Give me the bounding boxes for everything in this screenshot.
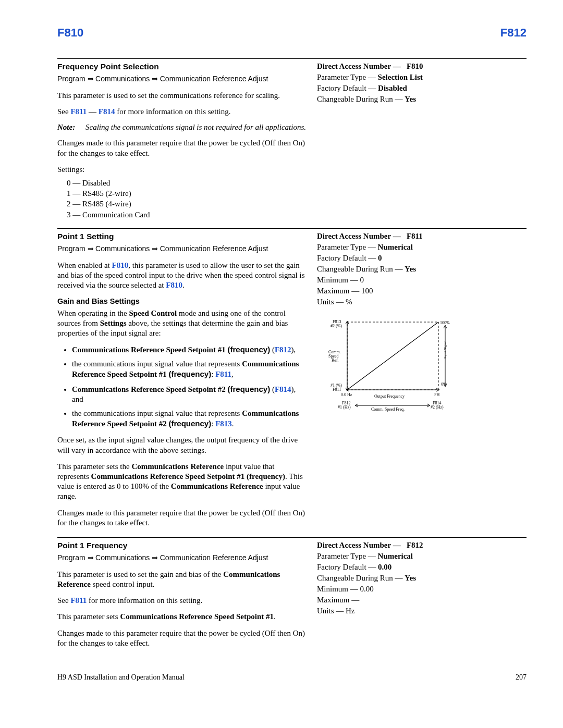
list-item: the communications input signal value th… [72,409,308,429]
fdef-row: Factory Default — 0.00 [317,563,527,572]
value: F812 [407,541,423,549]
text: . [182,281,185,289]
breadcrumb: Program ⇒ Communications ⇒ Communication… [57,75,308,83]
arrow-icon: ⇒ [88,75,96,83]
breadcrumb: Program ⇒ Communications ⇒ Communication… [57,244,308,253]
note-label: Note: [57,123,85,132]
text: ( [270,385,275,393]
section-title: Point 1 Frequency [57,541,308,550]
text: When enabled at [57,261,112,269]
link-f810[interactable]: F810 [166,281,182,289]
link-f810[interactable]: F810 [112,261,129,269]
text: This parameter is used to set the gain a… [57,570,223,578]
crumb-b: Communications [95,75,150,83]
section-title: Point 1 Setting [57,232,308,241]
label: 100% [440,320,450,325]
side-column: Direct Access Number — F810 Parameter Ty… [317,62,527,225]
paragraph: This parameter is used to set the commun… [57,91,308,101]
label: Output Frequency [374,394,405,399]
link-f814[interactable]: F814 [275,385,291,393]
link-f813[interactable]: F813 [215,419,232,428]
value: Hz [346,607,355,615]
bold-text: Communications Reference Speed Setpoint … [91,472,285,480]
text: See [57,107,70,116]
crumb-a: Program [57,244,85,253]
link-f811[interactable]: F811 [70,596,87,604]
text: . [232,419,234,428]
footer-right: 207 [516,673,527,682]
paragraph: This parameter sets the Communications R… [57,462,308,502]
label: Changeable During Run — [317,95,403,103]
note: Note: Scaling the communications signal … [57,123,308,132]
header-left: F810 [57,26,83,40]
list-item: the communications input signal value th… [72,359,308,379]
bold-text: Communications Reference Speed Setpoint … [120,612,274,621]
text: This parameter sets the [57,462,131,471]
text: speed control input. [91,580,154,588]
text: — [87,107,99,116]
value: Yes [405,95,416,103]
crumb-a: Program [57,553,85,562]
bold-text: (frequency) [169,419,212,428]
label: Input Signal [443,340,447,358]
bold-text: Settings [100,319,127,327]
label: Parameter Type — [317,73,376,81]
label: #2 (%) [331,324,342,328]
bold-text: Communications Reference Speed Setpoint … [72,346,227,354]
gain-bias-graph: 100% 0% Input Signal F813 #2 (%) Comm. S… [317,317,527,418]
paragraph: Once set, as the input signal value chan… [57,435,308,455]
arrow-icon: ⇒ [152,554,160,562]
value: % [346,298,352,306]
dan-row: Direct Access Number — F810 [317,62,527,71]
crumb-a: Program [57,75,85,83]
value: Selection List [378,73,423,81]
main-column: Point 1 Frequency Program ⇒ Communicatio… [57,541,317,655]
text: : [211,370,215,378]
side-column: Direct Access Number — F812 Parameter Ty… [317,541,527,655]
bold-text: Communications Reference [131,462,224,471]
label: 0.0 Hz [341,392,352,397]
setting-item: 2 — RS485 (4-wire) [67,199,308,209]
arrow-icon: ⇒ [88,245,96,253]
bold-text: (frequency) [227,385,270,393]
crun-row: Changeable During Run — Yes [317,574,527,583]
label: Parameter Type — [317,243,376,251]
text: the communications input signal value th… [72,409,242,417]
bold-text: (frequency) [169,369,212,378]
subheading: Gain and Bias Settings [57,297,308,305]
value: F811 [407,232,423,240]
text: When operating in the [57,309,129,317]
section-f812: Point 1 Frequency Program ⇒ Communicatio… [57,537,527,655]
text: , [231,370,234,378]
value: Disabled [378,84,407,92]
max-row: Maximum — [317,596,527,604]
link-f811[interactable]: F811 [215,370,231,378]
text: ( [270,346,275,354]
setting-item: 1 — RS485 (2-wire) [67,188,308,199]
max-row: Maximum — 100 [317,287,527,295]
label: Factory Default — [317,254,376,262]
page-footer: H9 ASD Installation and Operation Manual… [57,673,527,682]
bullet-list: Communications Reference Speed Setpoint … [57,344,308,429]
crumb-c: Communication Reference Adjust [160,75,268,83]
label: Minimum — [317,585,358,593]
section-f811: Point 1 Setting Program ⇒ Communications… [57,228,527,534]
text: ), [291,346,296,354]
ptype-row: Parameter Type — Selection List [317,73,527,82]
label: Changeable During Run — [317,265,403,273]
text: for more information on this setting. [115,107,230,116]
crumb-c: Communication Reference Adjust [160,553,268,562]
label: FH [434,392,439,397]
list-item: Communications Reference Speed Setpoint … [72,344,308,355]
label: Direct Access Number — [317,541,401,549]
svg-line-3 [347,322,438,390]
link-f814[interactable]: F814 [99,107,115,116]
label: #1 (Hz) [338,405,351,410]
link-f812[interactable]: F812 [275,346,291,354]
bold-text: Speed Control [129,309,177,317]
section-title: Frequency Point Selection [57,62,308,71]
side-column: Direct Access Number — F811 Parameter Ty… [317,232,527,534]
link-f811[interactable]: F811 [70,107,87,116]
text: See [57,596,70,604]
units-row: Units — Hz [317,607,527,615]
